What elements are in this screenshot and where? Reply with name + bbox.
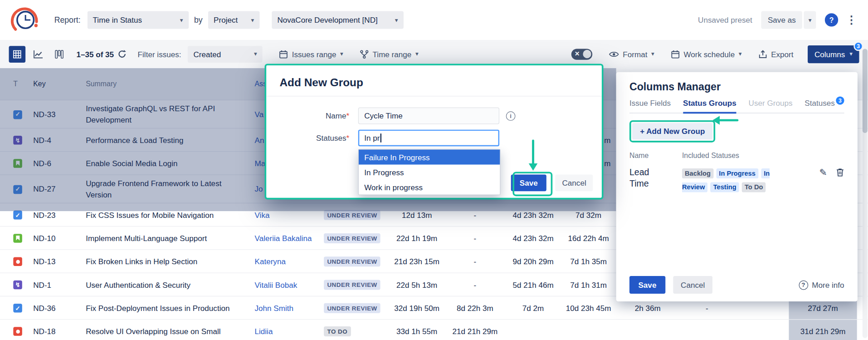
issue-assignee[interactable]: Valeriia Bakalina (246, 234, 314, 243)
grid-view-button[interactable] (9, 46, 26, 63)
time-cell: - (446, 280, 504, 289)
group-name-input[interactable]: Cycle Time (358, 108, 499, 124)
statuses-input-value: In pr (364, 133, 380, 143)
issues-range-button[interactable]: Issues range ▾ (279, 49, 343, 59)
issue-summary: Investigate GraphQL vs REST for API Deve… (78, 103, 246, 125)
add-new-group-button[interactable]: + Add New Group (632, 123, 712, 140)
scrollbar-thumb[interactable] (863, 49, 868, 133)
project-select[interactable]: NovaCore Development [ND] ▾ (272, 11, 404, 29)
status-option[interactable]: Work in progress (359, 180, 500, 195)
columns-button[interactable]: Columns ▾ 3 (808, 45, 859, 63)
time-cell: - (446, 257, 504, 266)
modal-cancel-button[interactable]: Cancel (556, 175, 593, 192)
issue-key: ND-6 (25, 159, 78, 168)
tab-statuses[interactable]: Statuses3 (805, 99, 844, 113)
chart-view-button[interactable] (30, 46, 47, 63)
chevron-down-icon: ▾ (180, 17, 183, 23)
status-option[interactable]: Failure In Progress (359, 150, 500, 165)
scope-value: Project (214, 15, 238, 25)
time-cell: 16d 22h 4m (562, 234, 615, 243)
column-header-key[interactable]: Key (25, 80, 78, 88)
issue-assignee[interactable]: Lidiia (246, 327, 314, 336)
issue-assignee[interactable]: Vitalii Bobak (246, 280, 314, 289)
format-button[interactable]: Format ▾ (609, 49, 654, 59)
status-option[interactable]: In Progress (359, 165, 500, 180)
chevron-down-icon: ▾ (849, 51, 853, 57)
app-window: Report: Time in Status ▾ by Project ▾ No… (0, 0, 868, 340)
format-label: Format (623, 49, 647, 59)
task-type-icon (13, 304, 22, 313)
column-header-summary[interactable]: Summary (78, 79, 246, 89)
work-schedule-button[interactable]: Work schedule ▾ (671, 49, 741, 59)
bolt-type-icon (13, 136, 22, 145)
issue-row[interactable]: ND-18Resolve UI Overlapping Issue on Sma… (0, 320, 868, 340)
columns-manager-tabs: Issue FieldsStatus GroupsUser GroupsStat… (629, 99, 844, 113)
tab-user-groups[interactable]: User Groups (749, 99, 793, 113)
filter-field-value: Created (193, 49, 221, 59)
time-cell: 21d 21h 29m (446, 327, 504, 336)
issue-assignee[interactable]: Vika (246, 210, 314, 219)
toggle-switch[interactable]: ✕ (571, 49, 592, 59)
report-label: Report: (54, 15, 81, 25)
statuses-input[interactable]: In pr (358, 130, 499, 147)
vertical-scrollbar[interactable] (863, 49, 868, 338)
work-schedule-label: Work schedule (683, 49, 735, 59)
export-button[interactable]: Export (758, 49, 793, 59)
issue-summary: Resolve UI Overlapping Issue on Small (78, 325, 246, 336)
overflow-menu-button[interactable]: ⋮ (846, 13, 857, 26)
delete-group-button[interactable] (836, 168, 844, 177)
issue-assignee[interactable]: John Smith (246, 303, 314, 312)
modal-title: Add New Group (279, 76, 588, 89)
time-cell: 4d 23h 32m (504, 234, 562, 243)
tab-status-groups[interactable]: Status Groups (683, 99, 736, 113)
statuses-field-label: Statuses* (279, 133, 349, 143)
issue-key: ND-36 (25, 303, 78, 312)
time-cell: 5d 21h 46m (504, 280, 562, 289)
filter-field-select[interactable]: Created ▾ (188, 46, 263, 63)
status-badge: UNDER REVIEW (324, 210, 380, 220)
board-icon (55, 49, 64, 59)
issue-key: ND-18 (25, 327, 78, 336)
issue-key: ND-4 (25, 135, 78, 144)
time-cell: 7d 1h 31m (562, 280, 615, 289)
issue-summary: Implement Multi-Language Support (78, 232, 246, 243)
modal-footer: Save Cancel (511, 175, 593, 192)
time-range-button[interactable]: Time range ▾ (360, 49, 418, 59)
statuses-count-badge: 3 (836, 96, 844, 104)
time-cell: 2h 36m (615, 303, 680, 312)
issue-summary: Upgrade Frontend Framework to Latest Ver… (78, 178, 246, 200)
trash-icon (836, 168, 844, 177)
time-cell: 21d 23h 15m (388, 257, 446, 266)
kebab-menu-icon: ⋮ (846, 14, 857, 26)
save-as-caret-button[interactable]: ▾ (804, 11, 816, 29)
calendar-icon (279, 49, 288, 59)
time-range-label: Time range (373, 49, 412, 59)
panel-cancel-button[interactable]: Cancel (673, 276, 712, 294)
tab-issue-fields[interactable]: Issue Fields (629, 99, 671, 113)
grid-icon (13, 49, 22, 59)
bug-type-icon (13, 257, 22, 266)
modal-save-button[interactable]: Save (511, 175, 546, 192)
edit-group-button[interactable]: ✎ (819, 168, 827, 177)
issue-assignee[interactable]: Kateryna (246, 257, 314, 266)
status-lozenge: To Do (742, 182, 766, 192)
chevron-down-icon: ▾ (395, 17, 398, 23)
scope-select[interactable]: Project ▾ (208, 11, 260, 29)
chevron-down-icon: ▾ (739, 51, 742, 57)
report-type-select[interactable]: Time in Status ▾ (87, 11, 188, 29)
help-button[interactable]: ? (825, 13, 838, 26)
column-header-type[interactable]: T (0, 80, 25, 88)
refresh-icon (117, 49, 127, 59)
toggle-knob (583, 50, 591, 58)
time-cell: 32d 19h 50m (388, 303, 446, 312)
columns-count-badge: 3 (853, 41, 863, 51)
calendar-icon (671, 49, 680, 59)
time-cell: 9d 20h 29m (504, 257, 562, 266)
chevron-down-icon: ▾ (251, 17, 254, 23)
panel-save-button[interactable]: Save (629, 276, 665, 294)
matrix-view-button[interactable] (51, 46, 68, 63)
refresh-button[interactable] (117, 49, 127, 59)
task-type-icon (13, 185, 22, 194)
save-as-button[interactable]: Save as (761, 11, 802, 29)
more-info-link[interactable]: ? More info (799, 280, 844, 290)
